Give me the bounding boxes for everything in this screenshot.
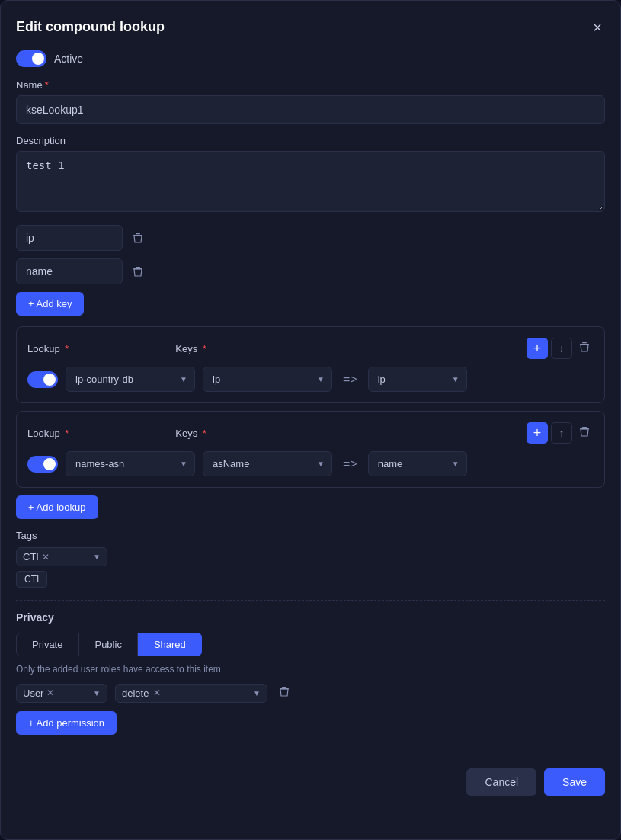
keys-select-0[interactable]: ip asName xyxy=(203,367,332,392)
tag-select-wrap[interactable]: CTI ✕ ▼ xyxy=(16,547,107,566)
tags-section: Tags CTI ✕ ▼ CTI xyxy=(16,530,605,588)
lookup-section-0: Lookup * Keys * + ↓ ip-country-db xyxy=(16,326,605,403)
lookup-active-toggle-1[interactable] xyxy=(27,456,58,473)
key-row-1 xyxy=(16,258,605,284)
map-select-0[interactable]: ip name xyxy=(368,367,467,392)
active-toggle[interactable] xyxy=(16,50,46,67)
save-button[interactable]: Save xyxy=(544,768,605,796)
key-input-1[interactable] xyxy=(16,258,123,284)
lookup-select-1[interactable]: ip-country-db names-asn xyxy=(66,451,195,476)
edit-compound-lookup-modal: Edit compound lookup × Active Name* Desc… xyxy=(0,0,621,840)
tag-dropdown-arrow[interactable]: ▼ xyxy=(93,553,101,561)
delete-lookup-0-button[interactable] xyxy=(575,338,594,359)
privacy-divider xyxy=(16,600,605,601)
description-field-group: Description test 1 xyxy=(16,135,605,214)
lookup-actions-1: + ↑ xyxy=(527,422,594,444)
add-lookup-row-0-button[interactable]: + xyxy=(527,338,548,359)
svg-rect-9 xyxy=(282,687,286,688)
cancel-button[interactable]: Cancel xyxy=(466,768,536,796)
action-value: delete xyxy=(122,688,149,699)
map-select-wrap-1: ip name ▼ xyxy=(368,451,467,476)
lookup-header-row-0: Lookup * Keys * + ↓ xyxy=(27,338,594,359)
modal-footer: Cancel Save xyxy=(16,758,605,796)
svg-rect-7 xyxy=(582,427,587,428)
svg-rect-5 xyxy=(582,342,587,343)
lookup-select-wrap-0: ip-country-db names-asn ▼ xyxy=(66,367,195,392)
lookup-row-1: ip-country-db names-asn ▼ ip asName ▼ =>… xyxy=(27,451,594,476)
action-remove[interactable]: ✕ xyxy=(153,688,161,698)
active-label: Active xyxy=(54,53,83,65)
description-label: Description xyxy=(16,135,605,146)
privacy-hint: Only the added user roles have access to… xyxy=(16,664,605,675)
modal-title: Edit compound lookup xyxy=(16,19,165,35)
role-value: User xyxy=(23,688,43,699)
delete-lookup-1-button[interactable] xyxy=(575,422,594,444)
close-button[interactable]: × xyxy=(590,20,605,35)
svg-rect-1 xyxy=(136,233,140,234)
role-dropdown-arrow[interactable]: ▼ xyxy=(93,689,101,697)
lookup-select-0[interactable]: ip-country-db names-asn xyxy=(66,367,195,392)
lookup-row-0: ip-country-db names-asn ▼ ip asName ▼ =>… xyxy=(27,367,594,392)
tag-remove-cti[interactable]: ✕ xyxy=(42,552,50,563)
lookup-header-row-1: Lookup * Keys * + ↑ xyxy=(27,422,594,444)
lookup-label-0: Lookup * xyxy=(27,343,69,354)
modal-header: Edit compound lookup × xyxy=(16,19,605,35)
keys-label-0: Keys * xyxy=(175,343,206,354)
role-remove[interactable]: ✕ xyxy=(46,688,54,698)
privacy-label: Privacy xyxy=(16,611,605,624)
delete-permission-button[interactable] xyxy=(275,682,293,704)
add-lookup-row-1-button[interactable]: + xyxy=(527,422,548,444)
role-select-wrap[interactable]: User ✕ ▼ xyxy=(16,684,107,703)
active-row: Active xyxy=(16,50,605,67)
name-label: Name* xyxy=(16,79,605,91)
keys-label-1: Keys * xyxy=(175,428,206,439)
name-field-group: Name* xyxy=(16,79,605,124)
keys-select-1[interactable]: ip asName xyxy=(203,451,332,476)
keys-select-wrap-0: ip asName ▼ xyxy=(203,367,332,392)
lookup-label-1: Lookup * xyxy=(27,428,69,439)
map-arrow-1: => xyxy=(343,457,357,471)
delete-key-0-button[interactable] xyxy=(129,229,147,247)
map-arrow-0: => xyxy=(343,373,357,386)
map-select-1[interactable]: ip name xyxy=(368,451,467,476)
description-textarea[interactable]: test 1 xyxy=(16,151,605,212)
lookup-active-toggle-0[interactable] xyxy=(27,371,58,388)
key-row-0 xyxy=(16,225,605,251)
privacy-tabs: Private Public Shared xyxy=(16,633,605,656)
privacy-section: Privacy Private Public Shared Only the a… xyxy=(16,600,605,704)
lookup-actions-0: + ↓ xyxy=(527,338,594,359)
add-key-button[interactable]: + Add key xyxy=(16,292,84,316)
tab-public[interactable]: Public xyxy=(78,633,137,656)
add-permission-button[interactable]: + Add permission xyxy=(16,711,117,735)
map-select-wrap-0: ip name ▼ xyxy=(368,367,467,392)
name-input[interactable] xyxy=(16,95,605,124)
tab-shared[interactable]: Shared xyxy=(138,633,202,656)
move-down-0-button[interactable]: ↓ xyxy=(551,338,572,359)
delete-key-1-button[interactable] xyxy=(129,262,147,281)
permission-row-0: User ✕ ▼ delete ✕ ▼ xyxy=(16,682,605,704)
move-up-1-button[interactable]: ↑ xyxy=(551,422,572,444)
tag-dropdown-cti: CTI xyxy=(16,566,605,588)
tag-chip-cti: CTI xyxy=(23,551,39,563)
add-lookup-button[interactable]: + Add lookup xyxy=(16,495,98,519)
svg-rect-3 xyxy=(136,267,140,268)
key-input-0[interactable] xyxy=(16,225,123,251)
keys-select-wrap-1: ip asName ▼ xyxy=(203,451,332,476)
lookup-section-1: Lookup * Keys * + ↑ ip-country-db xyxy=(16,411,605,488)
tab-private[interactable]: Private xyxy=(16,633,78,656)
lookup-select-wrap-1: ip-country-db names-asn ▼ xyxy=(66,451,195,476)
action-select-wrap[interactable]: delete ✕ ▼ xyxy=(115,684,267,703)
action-dropdown-arrow[interactable]: ▼ xyxy=(253,689,261,697)
tags-label: Tags xyxy=(16,530,605,541)
